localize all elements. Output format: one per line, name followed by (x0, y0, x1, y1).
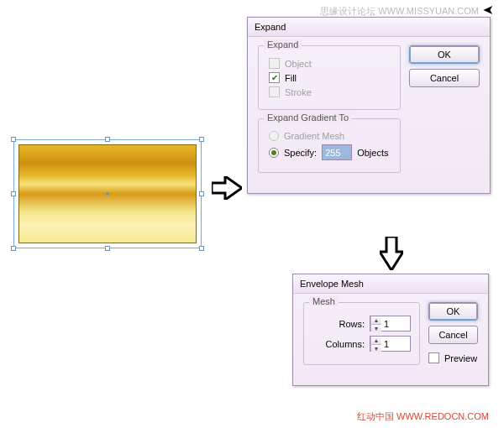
rows-down-icon[interactable]: ▼ (371, 324, 381, 331)
label-fill: Fill (285, 73, 297, 83)
handle-top-right[interactable] (199, 137, 204, 142)
ok-button[interactable]: OK (409, 45, 480, 64)
label-objects-suffix: Objects (357, 148, 388, 158)
group-expand-legend: Expand (264, 39, 302, 50)
center-point (106, 192, 109, 196)
label-columns: Columns: (314, 339, 365, 349)
checkbox-preview[interactable] (428, 352, 439, 363)
checkbox-fill[interactable]: ✔ (269, 72, 280, 83)
checkbox-object (269, 58, 280, 69)
handle-top-mid[interactable] (105, 137, 110, 142)
cancel-button[interactable]: Cancel (409, 69, 480, 87)
handle-mid-left[interactable] (11, 191, 16, 196)
handle-bottom-right[interactable] (199, 246, 204, 251)
specify-objects-input[interactable] (323, 145, 351, 159)
radio-specify[interactable] (269, 148, 279, 158)
group-expand: Expand Object ✔ Fill Stroke (258, 45, 401, 110)
group-gradient-to: Expand Gradient To Gradient Mesh Specify… (258, 118, 401, 173)
arrow-right-icon (212, 176, 242, 200)
rows-stepper[interactable]: ▲▼ (370, 316, 411, 331)
mesh-cancel-button[interactable]: Cancel (428, 326, 478, 344)
label-gradient-mesh: Gradient Mesh (284, 131, 344, 141)
dialog-mesh-title[interactable]: Envelope Mesh (293, 274, 488, 294)
dialog-envelope-mesh: Envelope Mesh Mesh Rows: ▲▼ Columns: ▲▼ (292, 274, 489, 386)
columns-up-icon[interactable]: ▲ (371, 337, 381, 344)
dialog-expand-title[interactable]: Expand (248, 18, 490, 37)
handle-mid-right[interactable] (199, 191, 204, 196)
dialog-expand: Expand Expand Object ✔ Fill Stroke Expa (247, 17, 491, 194)
label-object: Object (285, 59, 312, 69)
label-rows: Rows: (314, 319, 365, 329)
gradient-rectangle-selection[interactable] (13, 139, 202, 248)
cursor-icon: ➤ (483, 2, 494, 18)
watermark-top: 思缘设计论坛 WWW.MISSYUAN.COM (320, 5, 479, 18)
watermark-bottom: 红动中国 WWW.REDOCN.COM (357, 410, 489, 423)
handle-top-left[interactable] (11, 137, 16, 142)
columns-stepper[interactable]: ▲▼ (370, 336, 411, 352)
radio-gradient-mesh (269, 131, 279, 141)
label-specify: Specify: (284, 148, 317, 158)
handle-bottom-left[interactable] (11, 246, 16, 251)
rows-up-icon[interactable]: ▲ (371, 316, 381, 324)
rows-input[interactable] (381, 316, 410, 331)
mesh-ok-button[interactable]: OK (428, 302, 478, 321)
specify-objects-stepper[interactable] (322, 144, 352, 160)
columns-input[interactable] (381, 337, 410, 351)
label-stroke: Stroke (285, 87, 312, 97)
group-mesh-legend: Mesh (309, 296, 339, 306)
columns-down-icon[interactable]: ▼ (371, 344, 381, 352)
label-preview: Preview (444, 353, 477, 363)
arrow-down-icon (380, 237, 403, 270)
handle-bottom-mid[interactable] (105, 246, 110, 251)
checkbox-stroke (269, 86, 280, 97)
group-gradient-legend: Expand Gradient To (264, 112, 352, 123)
group-mesh: Mesh Rows: ▲▼ Columns: ▲▼ (303, 302, 420, 365)
